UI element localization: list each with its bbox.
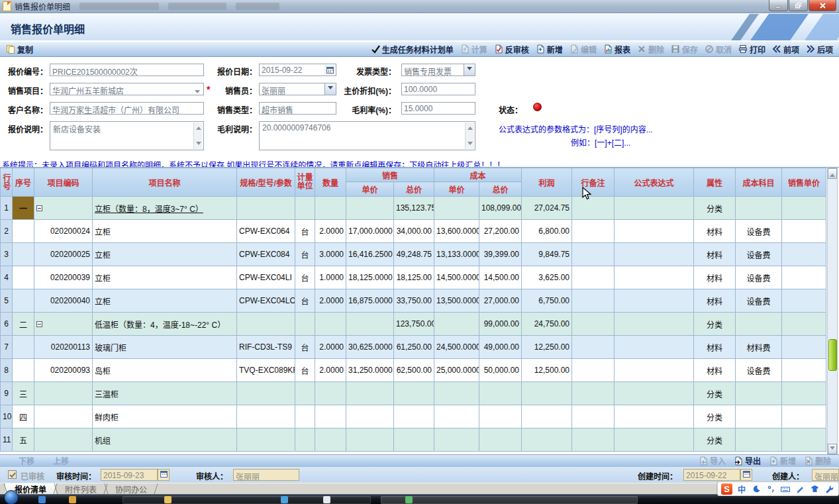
profit-cell[interactable]: 12,500.00 — [522, 359, 572, 382]
skin-icon[interactable] — [809, 483, 820, 494]
salesperson-select[interactable]: 张丽丽 — [259, 83, 336, 95]
cost-total-cell[interactable]: 108,099.00 — [479, 197, 522, 220]
print-button[interactable]: 打印 — [735, 42, 769, 56]
sale-total-cell[interactable]: 62,500.00 — [394, 359, 434, 382]
name-cell[interactable]: 岛柜 — [93, 359, 237, 382]
chevron-down-icon[interactable] — [195, 90, 200, 95]
sale-unit-price-cell[interactable]: 31,250.0000 — [346, 359, 394, 382]
unit-cell[interactable]: 台 — [295, 336, 315, 359]
code-cell[interactable]: 020200025 — [34, 243, 93, 266]
audited-checkbox[interactable] — [8, 470, 17, 479]
spec-cell[interactable] — [237, 197, 295, 220]
tab-attachment-list[interactable]: 附件列表 — [56, 483, 106, 494]
row-number-cell[interactable]: 9 — [1, 382, 13, 405]
code-cell[interactable] — [34, 313, 93, 336]
seq-cell[interactable]: 二 — [13, 313, 34, 336]
unit-cell[interactable] — [295, 197, 315, 220]
sale-total-cell[interactable]: 135,123.75 — [394, 197, 434, 220]
name-cell[interactable]: 立柜 — [93, 243, 237, 266]
chevron-down-icon[interactable] — [324, 83, 336, 95]
cost-subject-cell[interactable] — [736, 197, 782, 220]
row-remark-cell[interactable] — [572, 313, 615, 336]
col-header-row-no[interactable]: 行号 — [1, 168, 13, 197]
taskbar-app-icon[interactable] — [69, 496, 76, 503]
creator-field[interactable]: 张丽丽 — [812, 469, 839, 481]
sale-total-cell[interactable]: 34,000.00 — [394, 220, 434, 243]
table-row[interactable]: 8020200093岛柜TVQ-EXC089KFSD台2.000031,250.… — [1, 359, 826, 382]
row-remark-cell[interactable] — [572, 382, 615, 405]
col-header-sale-total[interactable]: 总价 — [394, 182, 434, 197]
col-group-sale[interactable]: 销售 — [346, 168, 434, 182]
sale-unit-price-cell[interactable] — [346, 197, 394, 220]
sale-price-cell[interactable] — [782, 405, 826, 428]
attr-cell[interactable]: 材料 — [694, 359, 736, 382]
col-header-sale-unit[interactable]: 单价 — [346, 182, 394, 197]
name-cell[interactable]: 立柜 — [93, 220, 237, 243]
qty-cell[interactable] — [315, 197, 346, 220]
profit-cell[interactable]: 12,250.00 — [522, 336, 572, 359]
name-cell[interactable]: 低温柜（数量：4，温度-18~-22° C） — [93, 313, 237, 336]
code-cell[interactable]: 020200024 — [34, 220, 93, 243]
scroll-up-button[interactable] — [828, 168, 837, 179]
unit-cell[interactable]: 台 — [295, 220, 315, 243]
code-cell[interactable]: 020200093 — [34, 359, 93, 382]
sale-price-cell[interactable] — [782, 266, 826, 289]
seq-cell[interactable]: 四 — [13, 405, 34, 428]
col-header-qty[interactable]: 数量 — [315, 168, 346, 197]
row-remark-cell[interactable] — [572, 428, 615, 452]
sale-price-cell[interactable] — [782, 197, 826, 220]
row-remark-cell[interactable] — [572, 220, 615, 243]
col-header-formula[interactable]: 公式表达式 — [615, 168, 694, 197]
taskbar-app-icon[interactable] — [323, 496, 330, 503]
table-row[interactable]: 7020200113玻璃门柜RIF-CD3L-TS9台2.000030,625.… — [1, 336, 826, 359]
sale-unit-price-cell[interactable] — [346, 382, 394, 405]
collapse-icon[interactable] — [36, 205, 42, 211]
unit-cell[interactable] — [295, 382, 315, 405]
profit-cell[interactable] — [522, 405, 572, 428]
col-group-cost[interactable]: 成本 — [434, 168, 522, 182]
cost-subject-cell[interactable] — [736, 313, 782, 336]
attr-cell[interactable]: 分类 — [694, 382, 736, 405]
cost-subject-cell[interactable] — [736, 405, 782, 428]
col-header-seq[interactable]: 序号 — [13, 168, 34, 197]
cost-total-cell[interactable]: 27,000.00 — [479, 289, 522, 313]
cost-subject-cell[interactable] — [736, 382, 782, 405]
report-button[interactable]: 报表 — [600, 42, 634, 56]
formula-cell[interactable] — [615, 243, 694, 266]
unit-cell[interactable]: 台 — [295, 289, 315, 313]
seq-cell[interactable]: 一 — [13, 197, 34, 220]
qty-cell[interactable]: 3.0000 — [315, 243, 346, 266]
punctuation-icon[interactable] — [765, 483, 776, 494]
cost-unit-price-cell[interactable]: 13,600.0000 — [434, 220, 479, 243]
table-row[interactable]: 9三三温柜分类 — [1, 382, 826, 405]
sale-price-cell[interactable] — [782, 336, 826, 359]
cost-total-cell[interactable] — [479, 428, 522, 452]
profit-cell[interactable]: 3,625.00 — [522, 266, 572, 289]
sale-total-cell[interactable] — [394, 382, 434, 405]
cost-unit-price-cell[interactable]: 24,500.0000 — [434, 336, 479, 359]
sale-price-cell[interactable] — [782, 382, 826, 405]
row-number-cell[interactable]: 5 — [1, 289, 13, 313]
col-header-cost-subject[interactable]: 成本科目 — [736, 168, 782, 197]
seq-cell[interactable] — [13, 266, 34, 289]
row-remark-cell[interactable] — [572, 359, 615, 382]
formula-cell[interactable] — [615, 428, 694, 452]
table-row[interactable]: 10四鲜肉柜分类 — [1, 405, 826, 428]
collapse-icon[interactable] — [36, 321, 42, 327]
chinese-mode-icon[interactable]: 中 — [736, 483, 747, 494]
spec-cell[interactable]: CPW-EXC04LO — [237, 289, 295, 313]
name-cell[interactable]: 机组 — [93, 428, 237, 452]
margin-note-textarea[interactable]: 20.0000009746706 — [259, 121, 475, 150]
sale-unit-price-cell[interactable]: 17,000.0000 — [346, 220, 394, 243]
row-remark-cell[interactable] — [572, 266, 615, 289]
col-header-unit[interactable]: 计量单位 — [295, 168, 315, 197]
unit-cell[interactable]: 台 — [295, 359, 315, 382]
code-cell[interactable] — [34, 428, 93, 452]
export-button[interactable]: 导出 — [731, 455, 764, 466]
attr-cell[interactable]: 分类 — [694, 405, 736, 428]
row-remark-cell[interactable] — [572, 243, 615, 266]
unit-cell[interactable] — [295, 313, 315, 336]
spec-cell[interactable] — [237, 382, 295, 405]
seq-cell[interactable] — [13, 336, 34, 359]
seq-cell[interactable]: 三 — [13, 382, 34, 405]
